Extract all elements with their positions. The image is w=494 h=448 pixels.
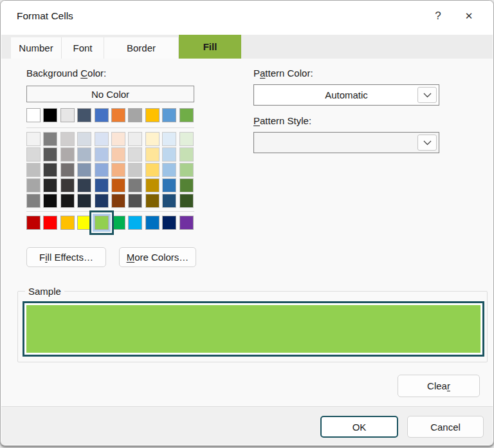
color-swatch[interactable] [179, 178, 194, 192]
color-swatch[interactable] [162, 147, 176, 162]
pattern-color-dropdown-button[interactable] [417, 87, 437, 103]
tab-number[interactable]: Number [11, 37, 62, 59]
no-color-button[interactable]: No Color [26, 86, 194, 102]
title-bar: Format Cells ? ✕ [1, 1, 493, 32]
color-swatch[interactable] [145, 194, 160, 208]
color-swatch[interactable] [162, 178, 176, 192]
dialog-title: Format Cells [17, 10, 73, 22]
color-swatch[interactable] [77, 163, 91, 177]
color-swatch[interactable] [179, 163, 194, 177]
color-swatch[interactable] [95, 163, 109, 177]
color-swatch[interactable] [179, 108, 194, 122]
color-swatch[interactable] [95, 216, 109, 230]
color-swatch[interactable] [128, 194, 142, 208]
color-swatch[interactable] [77, 108, 91, 122]
color-swatch[interactable] [162, 194, 176, 208]
color-swatch[interactable] [179, 194, 194, 208]
variant-color-grid [26, 132, 194, 208]
color-swatch[interactable] [26, 132, 41, 146]
color-swatch[interactable] [60, 163, 75, 177]
color-swatch[interactable] [26, 147, 41, 162]
color-swatch[interactable] [77, 178, 91, 192]
color-swatch[interactable] [145, 163, 160, 177]
color-swatch[interactable] [77, 132, 91, 146]
pattern-style-dropdown-button[interactable] [417, 135, 437, 151]
format-cells-dialog: Format Cells ? ✕ Number Font Border Fill… [0, 0, 494, 446]
color-swatch[interactable] [95, 147, 109, 162]
color-swatch[interactable] [128, 147, 142, 162]
color-swatch[interactable] [60, 132, 75, 146]
palette-separator-bottom [26, 211, 194, 212]
close-button[interactable]: ✕ [453, 4, 484, 28]
color-swatch[interactable] [145, 178, 160, 192]
color-swatch[interactable] [26, 163, 41, 177]
color-swatch[interactable] [111, 147, 125, 162]
color-swatch[interactable] [111, 178, 125, 192]
color-swatch[interactable] [145, 132, 160, 146]
color-swatch[interactable] [26, 216, 41, 230]
color-swatch[interactable] [128, 163, 142, 177]
color-swatch[interactable] [43, 216, 57, 230]
color-swatch[interactable] [128, 108, 142, 122]
color-swatch[interactable] [77, 194, 91, 208]
color-swatch[interactable] [111, 132, 125, 146]
palette-separator-top [26, 127, 194, 128]
color-swatch[interactable] [162, 163, 176, 177]
color-swatch[interactable] [60, 108, 75, 122]
color-swatch[interactable] [95, 178, 109, 192]
color-swatch[interactable] [162, 108, 176, 122]
pattern-style-combobox[interactable] [253, 132, 439, 153]
color-swatch[interactable] [162, 216, 176, 230]
color-swatch[interactable] [111, 163, 125, 177]
color-swatch[interactable] [60, 216, 75, 230]
color-swatch[interactable] [145, 216, 160, 230]
color-swatch[interactable] [95, 194, 109, 208]
color-swatch[interactable] [77, 216, 91, 230]
pattern-color-combobox[interactable]: Automatic [253, 84, 439, 106]
color-swatch[interactable] [95, 108, 109, 122]
color-swatch[interactable] [60, 178, 75, 192]
color-swatch[interactable] [145, 108, 160, 122]
sample-label: Sample [25, 286, 64, 297]
color-swatch[interactable] [43, 163, 57, 177]
color-swatch[interactable] [179, 147, 194, 162]
color-swatch[interactable] [145, 147, 160, 162]
tab-fill[interactable]: Fill [179, 35, 241, 59]
clear-button[interactable]: Clear [398, 375, 480, 397]
color-swatch[interactable] [179, 132, 194, 146]
color-swatch[interactable] [43, 178, 57, 192]
sample-preview [23, 301, 484, 357]
color-swatch[interactable] [43, 147, 57, 162]
color-swatch[interactable] [43, 108, 57, 122]
help-icon: ? [435, 10, 441, 23]
color-swatch[interactable] [128, 178, 142, 192]
close-icon: ✕ [465, 10, 473, 22]
color-swatch[interactable] [26, 108, 41, 122]
titlebar-buttons: ? ✕ [423, 4, 484, 28]
color-swatch[interactable] [95, 132, 109, 146]
tab-border[interactable]: Border [104, 37, 179, 59]
ok-button[interactable]: OK [320, 416, 398, 438]
pattern-style-label: Pattern Style: [253, 115, 311, 126]
more-colors-button[interactable]: More Colors… [119, 247, 196, 267]
cancel-button[interactable]: Cancel [407, 416, 484, 438]
tab-strip: Number Font Border Fill [1, 35, 493, 59]
color-swatch[interactable] [111, 216, 125, 230]
color-swatch[interactable] [60, 194, 75, 208]
color-swatch[interactable] [60, 147, 75, 162]
color-swatch[interactable] [179, 216, 194, 230]
color-swatch[interactable] [43, 194, 57, 208]
color-swatch[interactable] [26, 178, 41, 192]
sample-fill [26, 305, 480, 353]
tab-font[interactable]: Font [62, 37, 104, 59]
color-swatch[interactable] [26, 194, 41, 208]
fill-effects-button[interactable]: Fill Effects… [26, 247, 106, 267]
help-button[interactable]: ? [423, 4, 453, 28]
color-swatch[interactable] [111, 194, 125, 208]
color-swatch[interactable] [111, 108, 125, 122]
color-swatch[interactable] [128, 216, 142, 230]
color-swatch[interactable] [128, 132, 142, 146]
color-swatch[interactable] [162, 132, 176, 146]
color-swatch[interactable] [43, 132, 57, 146]
color-swatch[interactable] [77, 147, 91, 162]
